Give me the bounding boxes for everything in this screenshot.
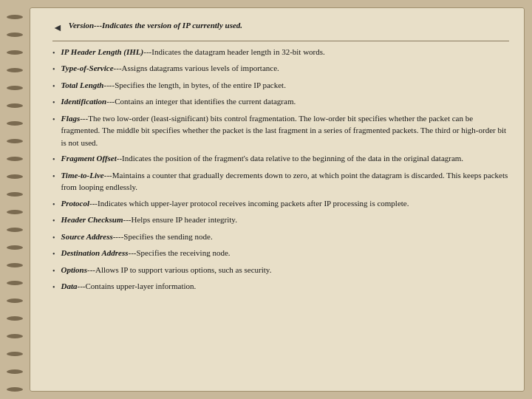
spiral-ring xyxy=(7,316,23,321)
item-text: Data---Contains upper-layer information. xyxy=(61,280,197,293)
item-text: Fragment Offset--Indicates the position … xyxy=(61,152,464,165)
item-text: Time-to-Live---Maintains a counter that … xyxy=(61,169,509,194)
bullet-icon: • xyxy=(52,232,55,244)
section-icon: ◄ xyxy=(52,20,63,36)
bullet-icon: • xyxy=(52,171,55,183)
spiral-ring xyxy=(7,86,23,90)
bullet-icon: • xyxy=(52,215,55,227)
item-text: Header Checksum---Helps ensure IP header… xyxy=(61,214,237,226)
spiral-ring xyxy=(7,299,23,303)
spiral-ring xyxy=(7,121,23,126)
item-term: Flags xyxy=(61,114,81,123)
spiral-ring xyxy=(7,210,23,214)
item-term: Fragment Offset xyxy=(61,154,117,163)
item-term: Time-to-Live xyxy=(61,171,104,180)
item-text: Total Length----Specifies the length, in… xyxy=(61,79,286,92)
item-text: Options---Allows IP to support various o… xyxy=(61,264,272,276)
list-item: •Fragment Offset--Indicates the position… xyxy=(52,152,509,166)
bullet-icon: • xyxy=(52,282,55,293)
item-term: Source Address xyxy=(61,232,113,241)
list-item: •Flags---The two low-order (least-signif… xyxy=(52,112,509,149)
item-text: Source Address----Specifies the sending … xyxy=(61,231,213,243)
bullet-icon: • xyxy=(52,64,55,75)
list-item: •Identification---Contains an integer th… xyxy=(52,95,509,109)
bullet-icon: • xyxy=(52,81,55,92)
spiral-ring xyxy=(7,369,23,374)
item-term: Total Length xyxy=(61,81,104,89)
spiral-ring xyxy=(7,263,23,267)
spiral-ring xyxy=(7,192,23,197)
list-item: •Total Length----Specifies the length, i… xyxy=(52,79,509,92)
list-item: •Destination Address---Specifies the rec… xyxy=(52,247,509,260)
item-term: Options xyxy=(61,265,87,274)
item-term: Protocol xyxy=(61,199,90,208)
bullet-icon: • xyxy=(52,114,55,126)
spiral-ring xyxy=(7,33,23,37)
item-text: Destination Address---Specifies the rece… xyxy=(61,247,231,259)
spiral-ring xyxy=(7,68,23,72)
spiral-ring xyxy=(7,352,23,356)
notebook-page: ◄ Version---Indicates the version of IP … xyxy=(30,7,525,392)
spiral-ring xyxy=(7,281,23,285)
divider xyxy=(52,41,509,41)
item-text: Type-of-Service---Assigns datagrams vari… xyxy=(61,62,279,75)
item-term: Type-of-Service xyxy=(61,64,114,72)
item-term: Identification xyxy=(61,97,107,106)
bullet-icon: • xyxy=(52,47,55,59)
spiral-ring xyxy=(7,387,23,392)
spiral-ring xyxy=(7,139,23,143)
item-text: Identification---Contains an integer tha… xyxy=(61,95,296,108)
section-title: Version---Indicates the version of IP cu… xyxy=(69,19,242,32)
spiral-ring xyxy=(7,228,23,232)
list-item: •Protocol---Indicates which upper-layer … xyxy=(52,197,509,211)
bullet-icon: • xyxy=(52,199,55,211)
spiral-ring xyxy=(7,15,23,19)
item-term: Destination Address xyxy=(61,248,129,257)
list-item: •Data---Contains upper-layer information… xyxy=(52,280,509,293)
list-item: •Options---Allows IP to support various … xyxy=(52,264,509,277)
bullet-icon: • xyxy=(52,97,55,109)
list-item: •Header Checksum---Helps ensure IP heade… xyxy=(52,214,509,227)
content-area: ◄ Version---Indicates the version of IP … xyxy=(52,19,509,293)
spiral-binding xyxy=(0,0,30,399)
bullet-icon: • xyxy=(52,248,55,260)
spiral-ring xyxy=(7,245,23,250)
item-term: Data xyxy=(61,282,78,290)
item-text: Protocol---Indicates which upper-layer p… xyxy=(61,197,409,210)
item-term: IP Header Length (IHL) xyxy=(61,47,144,56)
item-term: Header Checksum xyxy=(61,215,123,224)
spiral-ring xyxy=(7,174,23,179)
list-item: •Time-to-Live---Maintains a counter that… xyxy=(52,169,509,194)
item-text: IP Header Length (IHL)---Indicates the d… xyxy=(61,46,325,58)
bullet-icon: • xyxy=(52,154,55,166)
list-item: •Source Address----Specifies the sending… xyxy=(52,231,509,244)
list-item: •Type-of-Service---Assigns datagrams var… xyxy=(52,62,509,75)
spiral-ring xyxy=(7,157,23,161)
bullet-icon: • xyxy=(52,265,55,277)
item-text: Flags---The two low-order (least-signifi… xyxy=(61,112,509,149)
section-header: ◄ Version---Indicates the version of IP … xyxy=(52,19,509,36)
spiral-ring xyxy=(7,50,23,55)
items-list: •IP Header Length (IHL)---Indicates the … xyxy=(52,46,509,293)
spiral-ring xyxy=(7,334,23,338)
list-item: •IP Header Length (IHL)---Indicates the … xyxy=(52,46,509,59)
spiral-ring xyxy=(7,103,23,108)
